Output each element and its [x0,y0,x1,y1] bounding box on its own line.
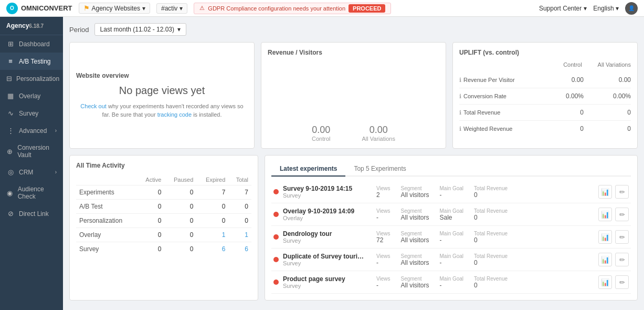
sidebar-item-survey[interactable]: ∿ Survey [0,105,63,122]
language-selector[interactable]: English ▾ [593,5,619,12]
sidebar-item-audience-check[interactable]: ◉ Audience Check [0,181,63,205]
no-data-title: No page views yet [76,85,248,97]
activity-link[interactable]: 6 [222,245,226,253]
activity-link[interactable]: 1 [222,231,226,239]
edit-button[interactable]: ✏ [615,208,629,221]
sidebar-item-conversion-vault[interactable]: ⊕ Conversion Vault [0,139,63,163]
proceed-button[interactable]: PROCEED [349,4,385,13]
experiment-actions: 📊 ✏ [598,230,629,244]
activity-link[interactable]: 6 [245,245,248,253]
main-goal-label: Main Goal [440,208,464,214]
segment-value: All visitors [401,214,429,221]
edit-button[interactable]: ✏ [615,185,629,199]
stats-button[interactable]: 📊 [598,230,612,244]
gdpr-warning-icon: ⚠ [199,5,205,12]
experiment-info: Product page survey Survey [283,275,372,289]
bottom-row: All Time Activity Active Paused Expired … [69,155,638,301]
experiment-status-dot [273,212,279,217]
segment-value: All visitors [401,191,429,199]
experiment-name: Survey 9-10-2019 14:15 [283,185,367,192]
activity-col-total: Total [228,174,251,185]
stats-button[interactable]: 📊 [598,185,612,199]
table-row: Overlay0011 [76,228,251,242]
edit-button[interactable]: ✏ [615,275,629,289]
hash-selector[interactable]: #activ ▾ [156,3,187,14]
sidebar-item-label: A/B Testing [19,58,50,65]
sidebar-item-crm[interactable]: ◎ CRM › [0,163,63,181]
logo-icon: O [6,3,18,14]
sidebar-item-label: Conversion Vault [17,144,57,159]
experiment-info: Duplicate of Survey tourism ro... Survey [283,253,372,266]
website-overview-card: Website overview No page views yet Check… [69,42,255,149]
experiment-total-revenue: Total Revenue 0 [474,231,508,244]
period-value: Last month (11.02 - 12.03) [100,26,174,33]
revenue-control: 0.00 Control [312,125,330,142]
tracking-code-link[interactable]: tracking code [157,111,192,118]
uplift-control-value: 0 [542,109,584,116]
period-select[interactable]: Last month (11.02 - 12.03) ▾ [94,23,186,36]
check-out-link[interactable]: Check out [80,103,107,109]
ab-testing-icon: ≡ [6,57,15,65]
sidebar-item-label: Survey [19,110,38,117]
sidebar-item-personalization[interactable]: ⊟ Personalization [0,70,63,87]
uplift-title: UPLIFT (vs. control) [459,49,631,56]
sidebar-item-label: Direct Link [19,210,49,218]
sidebar-brand-version: 6.18.7 [29,23,44,29]
activity-link[interactable]: 1 [245,231,248,239]
total-revenue-label: Total Revenue [474,253,508,259]
views-value: - [376,259,390,266]
experiment-main-goal: Main Goal - [440,185,464,199]
stats-button[interactable]: 📊 [598,208,612,221]
info-icon: ℹ [459,93,461,100]
segment-value: All visitors [401,259,429,266]
list-item: Dendrology tour Survey Views 72 Segment … [271,226,631,249]
dashboard-icon: ⊞ [6,40,15,48]
audience-check-icon: ◉ [6,189,14,197]
views-value: - [376,282,390,289]
stats-button[interactable]: 📊 [598,253,612,266]
activity-col-name [76,174,137,185]
tab-latest-experiments[interactable]: Latest experiments [271,162,345,177]
sidebar-item-overlay[interactable]: ▦ Overlay [0,87,63,105]
stats-button[interactable]: 📊 [598,275,612,289]
experiment-status-dot [273,257,279,262]
experiment-total-revenue: Total Revenue 0 [474,208,508,221]
gdpr-banner: ⚠ GDPR Compliance configuration needs yo… [194,3,391,14]
activity-col-paused: Paused [164,174,196,185]
tab-top5-experiments[interactable]: Top 5 Experiments [345,162,414,177]
user-menu[interactable]: 👤 [625,2,638,15]
uplift-row-label-text: Revenue Per Visitor [463,77,515,83]
top-cards-row: Website overview No page views yet Check… [69,42,638,149]
total-revenue-value: 0 [474,191,508,199]
language-chevron-icon: ▾ [616,5,619,12]
website-overview-title: Website overview [76,72,129,79]
experiment-name: Product page survey [283,275,367,283]
personalization-icon: ⊟ [6,75,12,82]
main-goal-value: - [440,191,464,199]
uplift-label: ℹ Revenue Per Visitor [459,77,542,84]
info-icon: ℹ [459,126,461,132]
sidebar-item-direct-link[interactable]: ⊘ Direct Link [0,205,63,222]
survey-icon: ∿ [6,109,15,117]
revenue-control-label: Control [312,136,330,142]
edit-button[interactable]: ✏ [615,253,629,266]
total-revenue-label: Total Revenue [474,231,508,236]
experiment-main-goal: Main Goal - [440,276,464,289]
uplift-control-value: 0.00 [542,76,584,84]
experiment-actions: 📊 ✏ [598,208,629,221]
topbar: O OMNICONVERT ⚑ Agency Websites ▾ #activ… [0,0,644,17]
edit-button[interactable]: ✏ [615,230,629,244]
main-goal-label: Main Goal [440,276,464,282]
uplift-row-revenue-per-visitor: ℹ Revenue Per Visitor 0.00 0.00 [459,72,631,88]
activity-table: Active Paused Expired Total Experiments0… [76,174,251,256]
main-goal-label: Main Goal [440,185,464,191]
agency-selector[interactable]: ⚑ Agency Websites ▾ [79,3,151,14]
experiment-info: Overlay 9-10-2019 14:09 Overlay [283,208,372,221]
support-center[interactable]: Support Center ▾ [539,5,587,12]
experiment-name: Overlay 9-10-2019 14:09 [283,208,367,215]
sidebar-item-advanced[interactable]: ⋮ Advanced › [0,122,63,139]
experiment-status-dot [273,234,279,240]
sidebar-item-dashboard[interactable]: ⊞ Dashboard [0,35,63,53]
sidebar-item-ab-testing[interactable]: ≡ A/B Testing [0,53,63,70]
logo: O OMNICONVERT [6,3,72,14]
